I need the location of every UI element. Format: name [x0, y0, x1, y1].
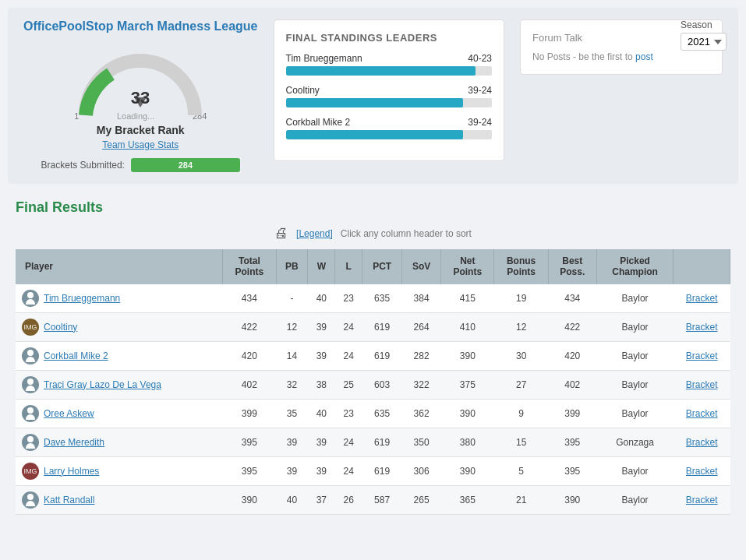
l: 24 [335, 312, 362, 341]
season-select[interactable]: 2021 2020 2019 [681, 33, 727, 51]
svg-point-5 [27, 436, 34, 442]
svg-point-1 [27, 292, 34, 298]
bracket-link[interactable]: Bracket [686, 437, 718, 448]
print-icon[interactable]: 🖨 [274, 225, 288, 241]
pb: 14 [276, 341, 308, 370]
player-cell: Tim Brueggemann [16, 284, 223, 313]
th-picked-champion[interactable]: PickedChampion [596, 249, 674, 284]
player-name[interactable]: Katt Randall [44, 495, 94, 505]
th-best-poss[interactable]: BestPoss. [548, 249, 596, 284]
pct: 635 [362, 399, 402, 428]
bracket-link-cell: Bracket [674, 284, 730, 313]
th-pb[interactable]: PB [276, 249, 308, 284]
bracket-link[interactable]: Bracket [686, 322, 718, 333]
th-l[interactable]: L [335, 249, 362, 284]
bracket-link[interactable]: Bracket [686, 293, 718, 304]
leader-bar-fill-2 [286, 130, 463, 139]
champion: Baylor [596, 370, 674, 399]
results-table: Player TotalPoints PB W L PCT SoV NetPoi… [16, 249, 730, 515]
player-cell: IMG Cooltiny [16, 312, 223, 341]
th-total-points[interactable]: TotalPoints [223, 249, 276, 284]
w: 38 [308, 370, 335, 399]
player-name[interactable]: Corkball Mike 2 [44, 350, 108, 361]
champion: Baylor [596, 399, 674, 428]
bonus-points: 27 [494, 370, 548, 399]
player-name[interactable]: Oree Askew [44, 408, 94, 419]
season-selector: Season 2021 2020 2019 [681, 19, 727, 51]
net-points: 415 [441, 284, 494, 313]
forum-text: No Posts - be the first to post [532, 51, 710, 62]
sov: 282 [402, 341, 441, 370]
player-name[interactable]: Cooltiny [44, 322, 77, 333]
player-name[interactable]: Dave Meredith [44, 437, 104, 448]
sov: 264 [402, 312, 441, 341]
leader-item-2: Corkball Mike 2 39-24 [286, 117, 493, 139]
bracket-link-cell: Bracket [674, 341, 730, 370]
player-avatar [22, 405, 39, 422]
champion: Baylor [596, 456, 674, 485]
legend-link[interactable]: [Legend] [296, 228, 333, 239]
champion: Baylor [596, 485, 674, 514]
net-points: 410 [441, 312, 494, 341]
table-row: IMG Larry Holmes 395 39 39 24 619 306 39… [16, 456, 730, 485]
brackets-progress-bar: 284 [131, 158, 240, 172]
pct: 635 [362, 284, 402, 313]
w: 40 [308, 284, 335, 313]
sov: 322 [402, 370, 441, 399]
table-row: IMG Cooltiny 422 12 39 24 619 264 410 12… [16, 312, 730, 341]
bonus-points: 21 [494, 485, 548, 514]
th-w[interactable]: W [308, 249, 335, 284]
gauge-svg: 33 [70, 41, 210, 127]
th-bonus-points[interactable]: BonusPoints [494, 249, 548, 284]
best-poss: 395 [548, 428, 596, 456]
leader-score-1: 39-24 [468, 85, 492, 96]
best-poss: 395 [548, 456, 596, 485]
w: 40 [308, 399, 335, 428]
brackets-submitted-row: Brackets Submitted: 284 [41, 158, 240, 172]
total-points: 395 [223, 428, 276, 456]
bracket-link[interactable]: Bracket [686, 350, 718, 361]
team-usage-link[interactable]: Team Usage Stats [102, 139, 179, 150]
player-cell: Corkball Mike 2 [16, 341, 223, 370]
player-cell: IMG Larry Holmes [16, 456, 223, 485]
rank-display: 33 [131, 88, 150, 107]
sov: 384 [402, 284, 441, 313]
final-results-title: Final Results [16, 199, 730, 216]
leader-list: Tim Brueggemann 40-23 Cooltiny 39-24 Cor… [286, 53, 493, 139]
bracket-link[interactable]: Bracket [686, 466, 718, 477]
pct: 619 [362, 428, 402, 456]
leader-bar-fill-1 [286, 98, 463, 107]
player-cell: Oree Askew [16, 399, 223, 428]
bracket-link-cell: Bracket [674, 485, 730, 514]
results-tbody: Tim Brueggemann 434 - 40 23 635 384 415 … [16, 284, 730, 515]
player-name[interactable]: Tim Brueggemann [44, 293, 120, 304]
table-row: Katt Randall 390 40 37 26 587 265 365 21… [16, 485, 730, 514]
forum-post-link[interactable]: post [635, 51, 653, 62]
l: 24 [335, 456, 362, 485]
player-avatar [22, 290, 39, 307]
th-player[interactable]: Player [16, 249, 223, 284]
l: 24 [335, 341, 362, 370]
table-row: Oree Askew 399 35 40 23 635 362 390 9 39… [16, 399, 730, 428]
league-title: OfficePoolStop March Madness League [23, 19, 258, 33]
champion: Baylor [596, 312, 674, 341]
leader-name-2: Corkball Mike 2 [286, 117, 351, 128]
best-poss: 434 [548, 284, 596, 313]
bracket-link[interactable]: Bracket [686, 379, 718, 390]
pb: 32 [276, 370, 308, 399]
champion: Gonzaga [596, 428, 674, 456]
leader-name-0: Tim Brueggemann [286, 53, 362, 64]
leader-bar-0 [286, 66, 493, 76]
standings-card: FINAL STANDINGS LEADERS Tim Brueggemann … [274, 19, 505, 161]
th-sov[interactable]: SoV [402, 249, 441, 284]
player-name[interactable]: Traci Gray Lazo De La Vega [44, 379, 161, 390]
bracket-link[interactable]: Bracket [686, 408, 718, 419]
bracket-link[interactable]: Bracket [686, 495, 718, 505]
th-net-points[interactable]: NetPoints [441, 249, 494, 284]
l: 26 [335, 485, 362, 514]
w: 37 [308, 485, 335, 514]
th-pct[interactable]: PCT [362, 249, 402, 284]
player-name[interactable]: Larry Holmes [44, 466, 99, 477]
best-poss: 402 [548, 370, 596, 399]
sov: 362 [402, 399, 441, 428]
